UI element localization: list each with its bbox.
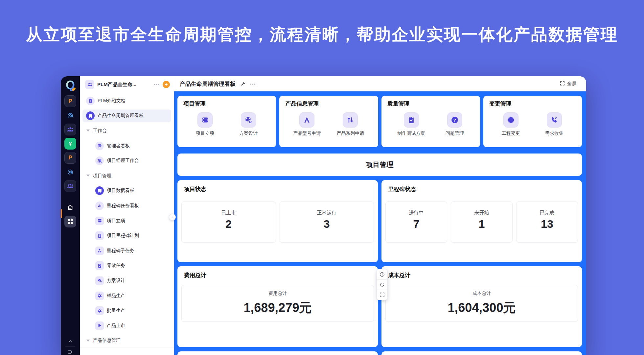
card-title: 成本总计: [385, 272, 578, 279]
app-title: PLM产品全生命...: [97, 82, 151, 88]
sidebar-item-9[interactable]: 项目里程碑计划: [80, 228, 174, 243]
stat-label: 已完成: [517, 210, 578, 216]
partial-card: [177, 351, 378, 355]
sidebar-item-8[interactable]: 项目立项: [80, 213, 174, 228]
sidebar-item-1[interactable]: 产品生命周期管理看板: [80, 108, 174, 124]
triangle-down-icon: [86, 130, 90, 132]
section-banner: 项目管理: [177, 154, 582, 176]
sidebar-item-10[interactable]: 里程碑子任务: [80, 243, 174, 258]
shortcut-项目立项[interactable]: 项目立项: [196, 112, 214, 136]
sidebar-item-label: 里程碑任务看板: [107, 203, 139, 209]
shortcut-方案设计[interactable]: 方案设计: [239, 112, 258, 136]
sidebar-item-6[interactable]: 项目数据看板: [80, 183, 174, 199]
sidebar-item-11[interactable]: 零散任务: [80, 258, 174, 273]
wrench-icon[interactable]: [241, 81, 246, 86]
fingerprint-app-icon[interactable]: [64, 109, 76, 121]
sidebar-item-label: 方案设计: [107, 278, 125, 284]
shortcut-制作测试方案[interactable]: 制作测试方案: [398, 112, 425, 136]
expand-icon-button[interactable]: [377, 290, 387, 300]
stat-label: 正常运行: [280, 210, 374, 216]
sidebar-item-label: 项目经理工作台: [107, 158, 139, 164]
stat-box-进行中: 进行中7: [385, 201, 447, 243]
hierarchy-icon: [95, 247, 104, 255]
card-title: 里程碑状态: [385, 185, 578, 193]
cube-plus-icon: [241, 112, 256, 128]
edit-app-package-button[interactable]: 编辑应用包: [80, 347, 174, 355]
sidebar-item-3[interactable]: 管管理者看板: [80, 138, 174, 154]
shortcut-需求收集[interactable]: 需求收集: [545, 112, 564, 136]
total-card-0: 费用总计费用总计1,689,279元: [177, 266, 378, 347]
shortcut-items: 项目立项方案设计: [183, 112, 270, 136]
sidebar-item-label: 产品上市: [107, 323, 125, 329]
sidebar-group-2[interactable]: 工作台: [80, 123, 174, 138]
shortcut-label: 问题管理: [446, 130, 464, 136]
shortcut-问题管理[interactable]: ?问题管理: [446, 112, 464, 136]
sidebar-item-label: 项目里程碑计划: [107, 233, 139, 239]
sidebar-item-4[interactable]: 项项目经理工作台: [80, 153, 174, 168]
sidebar-group-5[interactable]: 项目管理: [80, 168, 174, 183]
stat-value: 7: [386, 218, 447, 230]
next-cards-row: [177, 351, 582, 355]
fullscreen-label: 全屏: [567, 81, 576, 87]
finance-app-icon[interactable]: ¥: [64, 138, 76, 150]
shortcut-card-3: 变更管理工程变更需求收集: [483, 96, 582, 147]
team-app-icon[interactable]: [64, 124, 76, 135]
sidebar-item-15[interactable]: 产品上市: [80, 318, 174, 333]
document-icon: [86, 97, 95, 105]
total-card-1: 成本总计成本总计1,604,300元: [381, 266, 582, 347]
sidebar-collapse-button[interactable]: ‹: [169, 214, 176, 221]
fullscreen-button[interactable]: 全屏: [560, 81, 576, 87]
total-label: 成本总计: [472, 291, 491, 296]
apps-grid-icon-active[interactable]: [64, 216, 76, 227]
dashboard-board-icon: [86, 111, 95, 120]
sidebar-item-label: 产品信息管理: [93, 338, 121, 343]
shortcut-工程变更[interactable]: 工程变更: [502, 112, 520, 136]
total-value: 1,604,300元: [448, 299, 516, 316]
main-area: 产品生命周期管理看板 ··· 全屏 项目管理项目立项方案设计产品信息管理产品型号…: [174, 76, 586, 355]
sidebar-group-16[interactable]: 产品信息管理: [80, 333, 174, 348]
dashboard-board-icon: [95, 186, 104, 195]
shortcut-label: 方案设计: [239, 130, 258, 136]
sidebar-item-12[interactable]: 方案设计: [80, 273, 174, 288]
model-a-icon: [299, 112, 314, 128]
stat-value: 2: [182, 218, 276, 230]
total-value: 1,689,279元: [243, 299, 311, 316]
shortcut-items: 产品型号申请产品系列申请: [285, 112, 372, 136]
add-button[interactable]: +: [163, 81, 170, 88]
stat-value: 13: [517, 218, 578, 230]
header-more-button[interactable]: ···: [250, 81, 256, 87]
sidebar-header: PLM产品全生命... ··· +: [80, 76, 174, 93]
card-title: 项目状态: [181, 185, 374, 193]
sidebar-item-label: 项目管理: [93, 173, 111, 179]
sidebar-item-label: 批量生产: [107, 308, 125, 314]
home-icon[interactable]: [64, 201, 76, 213]
rows-icon: [95, 217, 104, 225]
refresh-icon-button[interactable]: [377, 279, 387, 290]
sidebar-more-button[interactable]: ···: [154, 82, 160, 87]
rail-list-button[interactable]: [61, 349, 80, 355]
q-logo[interactable]: Q: [64, 79, 77, 91]
fingerprint-app-icon[interactable]: [64, 166, 76, 178]
stat-card-0: 项目状态已上市2正常运行3: [177, 180, 378, 262]
stat-boxes: 已上市2正常运行3: [181, 201, 374, 243]
shortcut-产品系列申请[interactable]: 产品系列申请: [336, 112, 364, 136]
sidebar-item-label: 零散任务: [107, 263, 125, 269]
sidebar-item-label: PLM介绍文档: [98, 98, 126, 104]
rows-icon: [197, 112, 213, 128]
sidebar-item-7[interactable]: 里程碑任务看板: [80, 198, 174, 213]
shortcut-产品型号申请[interactable]: 产品型号申请: [293, 112, 321, 136]
sidebar-item-13[interactable]: 样品生产: [80, 288, 174, 303]
p-letter-app-icon[interactable]: P: [64, 95, 76, 107]
info-icon-button[interactable]: [377, 269, 387, 279]
status-cards-row: 项目状态已上市2正常运行3里程碑状态进行中7未开始1已完成13: [177, 180, 582, 262]
sidebar-item-label: 项目数据看板: [107, 188, 134, 194]
team-app-icon[interactable]: [64, 180, 76, 192]
stat-card-1: 里程碑状态进行中7未开始1已完成13: [381, 180, 582, 262]
sidebar-item-14[interactable]: 批量生产: [80, 303, 174, 318]
p-letter-app-icon[interactable]: P: [64, 152, 76, 164]
rail-collapse-button[interactable]: [61, 339, 80, 344]
sidebar-item-0[interactable]: PLM介绍文档: [80, 93, 174, 108]
gear-icon: [95, 306, 104, 315]
stat-box-已上市: 已上市2: [181, 201, 276, 243]
dashboard: 项目管理项目立项方案设计产品信息管理产品型号申请产品系列申请质量管理制作测试方案…: [174, 91, 586, 355]
